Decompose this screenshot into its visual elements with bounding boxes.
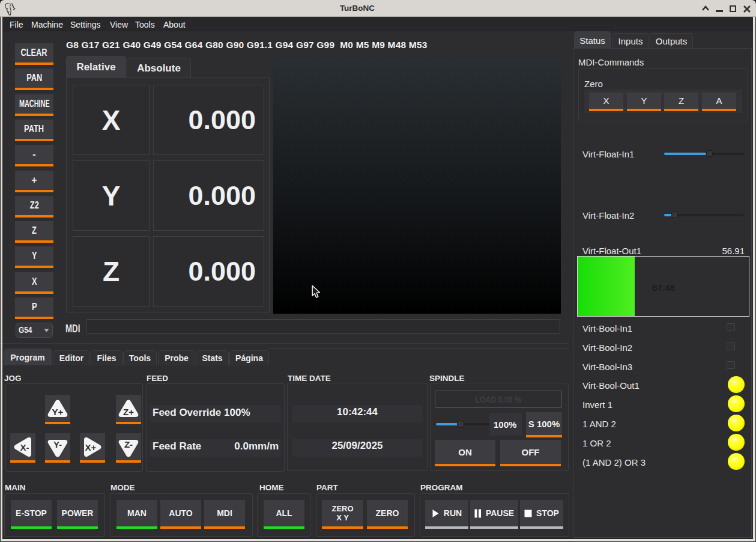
svg-text:X+: X+ [85,442,97,452]
svg-text:Z-: Z- [124,439,133,449]
svg-text:Y+: Y+ [52,406,64,416]
svg-text:Y-: Y- [53,439,62,449]
svg-text:X-: X- [20,442,29,452]
svg-text:Z+: Z+ [123,406,134,416]
